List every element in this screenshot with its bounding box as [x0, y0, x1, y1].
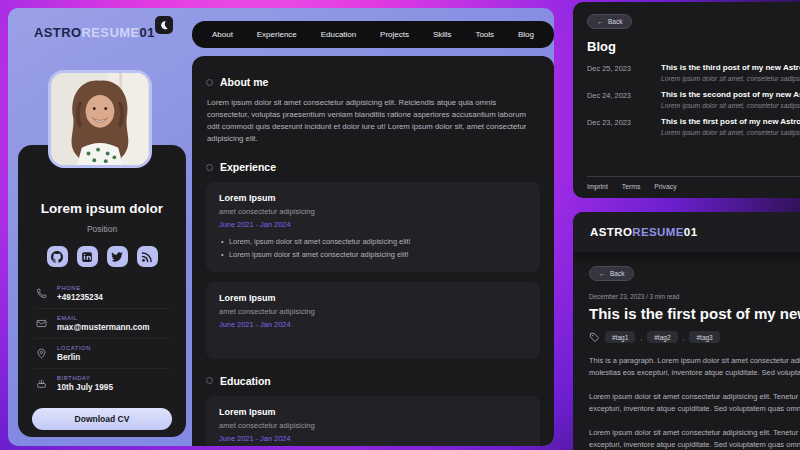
about-heading-label: About me [220, 76, 268, 88]
nav-item-projects[interactable]: Projects [380, 30, 409, 39]
post-title-link[interactable]: This is the second post of my new Astro … [661, 90, 800, 99]
paragraph-line: Lorem ipsum dolor sit amet consectetur a… [589, 391, 800, 403]
post-excerpt: Lorem ipsum dolor sit amet, consetetur s… [661, 129, 800, 136]
rss-link[interactable] [137, 246, 158, 267]
post-date: Dec 23, 2023 [587, 117, 649, 136]
contact-value-email: max@mustermann.com [57, 323, 150, 332]
entry-subtitle: amet consectetur adipisicing [219, 307, 527, 316]
contact-label-email: EMAIL [57, 315, 150, 321]
contact-value-location: Berlin [57, 353, 91, 362]
back-button[interactable]: ← Back [587, 14, 632, 29]
linkedin-link[interactable] [77, 246, 98, 267]
tag-chip[interactable]: #tag1 [605, 331, 635, 343]
entry-title: Lorem Ipsum [219, 193, 527, 203]
paragraph-line: Lorem ipsum dolor sit amet consectetur a… [589, 427, 800, 439]
experience-entry: Lorem Ipsum amet consectetur adipisicing… [206, 282, 540, 359]
social-links [18, 246, 186, 267]
paragraph-line: excepturi, inventore atque cupiditate. S… [589, 403, 800, 415]
tag-chip[interactable]: #tag2 [647, 331, 677, 343]
contact-row-location: LOCATION Berlin [34, 339, 170, 369]
footer-link-privacy[interactable]: Privacy [654, 183, 676, 190]
education-entry: Lorem Ipsum amet consectetur adipisicing… [206, 396, 540, 446]
location-icon [36, 348, 47, 359]
contact-value-birthday: 10th July 1995 [57, 383, 113, 392]
nav-item-education[interactable]: Education [321, 30, 357, 39]
tag-separator: , [683, 334, 685, 341]
footer-link-terms[interactable]: Terms [622, 183, 641, 190]
blog-post-body: ← Back December 23, 2023 / 3 min read Th… [573, 252, 800, 450]
site-logo[interactable]: ASTRORESUME01 [590, 226, 697, 238]
email-icon [36, 318, 47, 329]
post-paragraph: Lorem ipsum dolor sit amet consectetur a… [589, 427, 800, 450]
back-button[interactable]: ← Back [589, 266, 634, 281]
download-cv-button[interactable]: Download CV [32, 408, 172, 430]
contact-row-phone: PHONE +491235234 [34, 279, 170, 309]
post-paragraph: Lorem ipsum dolor sit amet consectetur a… [589, 391, 800, 415]
post-excerpt: Lorem ipsum dolor sit amet, consetetur s… [661, 102, 800, 109]
contact-value-phone: +491235234 [57, 293, 103, 302]
education-section-heading: Education [206, 375, 540, 387]
phone-icon [36, 288, 47, 299]
blog-list-panel: ← Back Blog Dec 25, 2023 This is the thi… [573, 2, 800, 198]
theme-toggle-button[interactable] [155, 16, 173, 34]
tags-row: #tag1 , #tag2 , #tag3 [589, 331, 800, 343]
post-page-title: This is the first post of my new Astro b… [589, 305, 800, 322]
nav-item-about[interactable]: About [212, 30, 233, 39]
entry-bullets: Lorem, ipsum dolor sit amet consectetur … [219, 236, 527, 260]
blog-list-item[interactable]: Dec 25, 2023 This is the third post of m… [587, 63, 800, 82]
section-ring-icon [206, 377, 213, 384]
blog-list-item[interactable]: Dec 23, 2023 This is the first post of m… [587, 117, 800, 136]
page-background: ASTRORESUME01 About Experience Education… [0, 0, 800, 450]
logo-part-astro: ASTRO [590, 226, 632, 238]
footer-link-imprint[interactable]: Imprint [587, 183, 608, 190]
entry-bullet: Lorem ipsum dolor sit amet consectetur a… [219, 249, 527, 260]
resume-content-card: About me Lorem ipsum dolor sit amet cons… [192, 56, 554, 446]
section-ring-icon [206, 164, 213, 171]
profile-photo-illustration [51, 73, 149, 165]
post-paragraph: This is a paragraph. Lorem ipsum dolor s… [589, 355, 800, 379]
blog-post-header: ASTRORESUME01 [573, 212, 800, 252]
logo-part-num: 01 [140, 25, 155, 40]
nav-item-experience[interactable]: Experience [257, 30, 297, 39]
entry-bullet: Lorem, ipsum dolor sit amet consectetur … [219, 236, 527, 247]
profile-photo [48, 70, 152, 168]
contact-label-phone: PHONE [57, 285, 103, 291]
site-logo[interactable]: ASTRORESUME01 [34, 25, 155, 40]
nav-item-skills[interactable]: Skills [433, 30, 452, 39]
experience-section-heading: Experience [206, 161, 540, 173]
post-date: Dec 25, 2023 [587, 63, 649, 82]
experience-heading-label: Experience [220, 161, 276, 173]
github-icon [51, 251, 63, 263]
footer-links: Imprint Terms Privacy [587, 177, 800, 196]
logo-part-num: 01 [684, 226, 698, 238]
twitter-link[interactable] [107, 246, 128, 267]
post-title-link[interactable]: This is the third post of my new Astro b… [661, 63, 800, 72]
entry-period: June 2021 - Jan 2024 [219, 434, 527, 443]
profile-name: Lorem ipsum dolor [18, 201, 186, 216]
section-ring-icon [206, 79, 213, 86]
post-meta: December 23, 2023 / 3 min read [589, 293, 800, 300]
post-title-link[interactable]: This is the first post of my new Astro b… [661, 117, 800, 126]
profile-card: Lorem ipsum dolor Position [18, 145, 186, 437]
contact-row-birthday: BIRTHDAY 10th July 1995 [34, 369, 170, 398]
entry-title: Lorem Ipsum [219, 407, 527, 417]
back-button-label: Back [608, 18, 622, 25]
contact-list: PHONE +491235234 EMAIL max@mustermann.co… [34, 279, 170, 398]
experience-entry: Lorem Ipsum amet consectetur adipisicing… [206, 182, 540, 271]
paragraph-line: This is a paragraph. Lorem ipsum dolor s… [589, 355, 800, 367]
logo-part-resume: RESUME [82, 25, 140, 40]
blog-page-title: Blog [587, 39, 800, 54]
tag-chip[interactable]: #tag3 [689, 331, 719, 343]
blog-list-item[interactable]: Dec 24, 2023 This is the second post of … [587, 90, 800, 109]
contact-label-birthday: BIRTHDAY [57, 375, 113, 381]
nav-item-blog[interactable]: Blog [518, 30, 534, 39]
entry-subtitle: amet consectetur adipisicing [219, 421, 527, 430]
main-nav: About Experience Education Projects Skil… [192, 21, 554, 48]
github-link[interactable] [47, 246, 68, 267]
entry-subtitle: amet consectetur adipisicing [219, 207, 527, 216]
logo-part-resume: RESUME [632, 226, 684, 238]
post-excerpt: Lorem ipsum dolor sit amet, consetetur s… [661, 75, 800, 82]
post-date: Dec 24, 2023 [587, 90, 649, 109]
nav-item-tools[interactable]: Tools [475, 30, 494, 39]
back-button-label: Back [610, 270, 624, 277]
